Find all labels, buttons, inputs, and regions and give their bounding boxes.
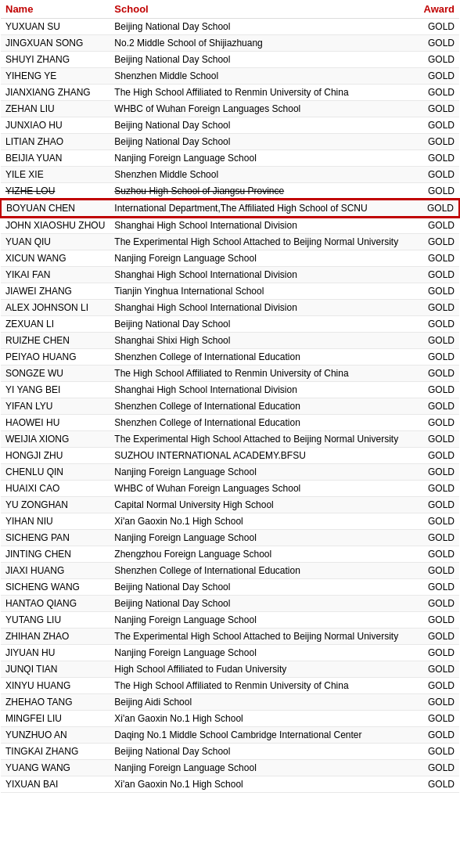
cell-school: International Department,The Affiliated … — [110, 200, 414, 217]
cell-award: GOLD — [414, 85, 459, 101]
cell-school: Zhengzhou Foreign Language School — [110, 546, 414, 563]
cell-school: Nanjing Foreign Language School — [110, 760, 414, 776]
cell-award: GOLD — [414, 150, 459, 167]
cell-name: RUIZHE CHEN — [1, 333, 110, 349]
cell-award: GOLD — [414, 267, 459, 283]
cell-name: YUNZHUO AN — [1, 727, 110, 744]
cell-award: GOLD — [414, 35, 459, 52]
cell-name: SICHENG PAN — [1, 530, 110, 546]
table-row: CHENLU QINNanjing Foreign Language Schoo… — [1, 464, 459, 481]
cell-name: YUXUAN SU — [1, 19, 110, 35]
cell-award: GOLD — [414, 431, 459, 448]
cell-award: GOLD — [414, 744, 459, 760]
cell-name: ZEHAN LIU — [1, 101, 110, 117]
table-row: HUAIXI CAOWHBC of Wuhan Foreign Language… — [1, 481, 459, 497]
cell-award: GOLD — [414, 464, 459, 481]
table-row: BEIJIA YUANNanjing Foreign Language Scho… — [1, 150, 459, 167]
table-row: HAOWEI HUShenzhen College of Internation… — [1, 415, 459, 431]
cell-award: GOLD — [414, 448, 459, 464]
cell-award: GOLD — [414, 481, 459, 497]
table-row: PEIYAO HUANGShenzhen College of Internat… — [1, 349, 459, 366]
cell-name: YI YANG BEI — [1, 382, 110, 398]
cell-award: GOLD — [414, 316, 459, 333]
cell-name: WEIJIA XIONG — [1, 431, 110, 448]
table-row: MINGFEI LIUXi'an Gaoxin No.1 High School… — [1, 711, 459, 727]
cell-name: YILE XIE — [1, 167, 110, 183]
cell-school: Shenzhen College of International Educat… — [110, 349, 414, 366]
cell-name: ALEX JOHNSON LI — [1, 300, 110, 316]
cell-school: Shanghai Shixi High School — [110, 333, 414, 349]
table-row: BOYUAN CHENInternational Department,The … — [1, 200, 459, 217]
table-row: XICUN WANGNanjing Foreign Language Schoo… — [1, 250, 459, 267]
table-row: JUNQI TIANHigh School Affiliated to Fuda… — [1, 661, 459, 678]
cell-name: CHENLU QIN — [1, 464, 110, 481]
results-table: Name School Award YUXUAN SUBeijing Natio… — [0, 0, 460, 793]
cell-name: HANTAO QIANG — [1, 596, 110, 612]
cell-name: JUNXIAO HU — [1, 117, 110, 134]
cell-award: GOLD — [414, 530, 459, 546]
cell-award: GOLD — [414, 333, 459, 349]
cell-school: Nanjing Foreign Language School — [110, 530, 414, 546]
table-row: JOHN XIAOSHU ZHOUShanghai High School In… — [1, 217, 459, 234]
cell-award: GOLD — [414, 563, 459, 579]
cell-award: GOLD — [414, 349, 459, 366]
cell-award: GOLD — [414, 398, 459, 415]
cell-name: YIZHE LOU — [1, 183, 110, 200]
table-row: SICHENG WANG Beijing National Day School… — [1, 579, 459, 596]
cell-school: Nanjing Foreign Language School — [110, 612, 414, 628]
cell-name: HAOWEI HU — [1, 415, 110, 431]
cell-school: Beijing National Day School — [110, 596, 414, 612]
cell-school: Xi'an Gaoxin No.1 High School — [110, 513, 414, 530]
cell-name: YIHAN NIU — [1, 513, 110, 530]
cell-award: GOLD — [414, 678, 459, 694]
cell-school: Beijing National Day School — [110, 134, 414, 150]
cell-school: Nanjing Foreign Language School — [110, 464, 414, 481]
cell-school: Beijing National Day School — [110, 52, 414, 68]
table-row: YIFAN LYUShenzhen College of Internation… — [1, 398, 459, 415]
cell-name: PEIYAO HUANG — [1, 349, 110, 366]
table-row: LITIAN ZHAOBeijing National Day SchoolGO… — [1, 134, 459, 150]
table-row: JINGXUAN SONGNo.2 Middle School of Shiji… — [1, 35, 459, 52]
cell-name: ZHEHAO TANG — [1, 694, 110, 711]
cell-school: Shanghai High School International Divis… — [110, 267, 414, 283]
cell-name: YUAN QIU — [1, 234, 110, 250]
table-row: ZEXUAN LIBeijing National Day SchoolGOLD — [1, 316, 459, 333]
cell-award: GOLD — [414, 300, 459, 316]
cell-name: SONGZE WU — [1, 366, 110, 382]
table-row: ZHEHAO TANGBeijing Aidi SchoolGOLD — [1, 694, 459, 711]
cell-name: JINTING CHEN — [1, 546, 110, 563]
table-row: ZHIHAN ZHAOThe Experimental High School … — [1, 628, 459, 645]
table-row: HANTAO QIANGBeijing National Day SchoolG… — [1, 596, 459, 612]
cell-name: YIFAN LYU — [1, 398, 110, 415]
table-row: YI YANG BEIShanghai High School Internat… — [1, 382, 459, 398]
cell-award: GOLD — [414, 497, 459, 513]
cell-name: YUTANG LIU — [1, 612, 110, 628]
cell-school: Xi'an Gaoxin No.1 High School — [110, 776, 414, 793]
table-row: JIANXIANG ZHANGThe High School Affiliate… — [1, 85, 459, 101]
cell-school: Shenzhen College of International Educat… — [110, 563, 414, 579]
table-row: YU ZONGHANCapital Normal University High… — [1, 497, 459, 513]
cell-award: GOLD — [414, 727, 459, 744]
cell-school: Shenzhen Middle School — [110, 68, 414, 85]
cell-school: The Experimental High School Attached to… — [110, 628, 414, 645]
cell-school: Beijing Aidi School — [110, 694, 414, 711]
cell-award: GOLD — [414, 167, 459, 183]
table-row: SHUYI ZHANGBeijing National Day SchoolGO… — [1, 52, 459, 68]
table-row: YILE XIEShenzhen Middle SchoolGOLD — [1, 167, 459, 183]
cell-school: SUZHOU INTERNATIONAL ACADEMY.BFSU — [110, 448, 414, 464]
table-row: ZEHAN LIUWHBC of Wuhan Foreign Languages… — [1, 101, 459, 117]
cell-award: GOLD — [414, 579, 459, 596]
table-row: YIHENG YEShenzhen Middle SchoolGOLD — [1, 68, 459, 85]
cell-school: The Experimental High School Attached to… — [110, 431, 414, 448]
table-row: YIZHE LOUSuzhou High School of Jiangsu P… — [1, 183, 459, 200]
cell-name: XINYU HUANG — [1, 678, 110, 694]
cell-school: Nanjing Foreign Language School — [110, 645, 414, 661]
cell-award: GOLD — [414, 776, 459, 793]
table-row: SICHENG PANNanjing Foreign Language Scho… — [1, 530, 459, 546]
cell-award: GOLD — [414, 200, 459, 217]
table-row: JIAXI HUANGShenzhen College of Internati… — [1, 563, 459, 579]
cell-name: BOYUAN CHEN — [1, 200, 110, 217]
cell-school: Beijing National Day School — [110, 316, 414, 333]
table-row: YIKAI FANShanghai High School Internatio… — [1, 267, 459, 283]
cell-name: HUAIXI CAO — [1, 481, 110, 497]
